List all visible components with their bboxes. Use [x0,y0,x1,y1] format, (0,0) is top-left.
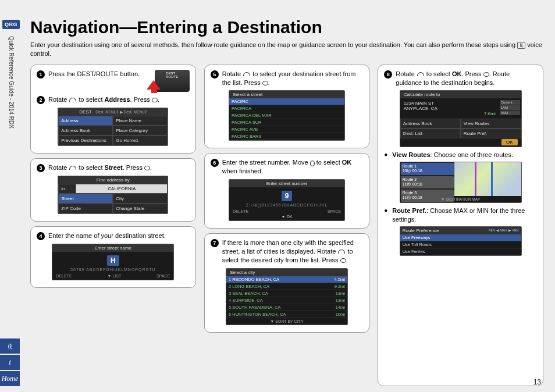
step-7-card: 7 If there is more than one city with th… [204,233,370,333]
rotate-dial-icon [69,97,77,103]
step-2-text: Rotate to select Address. Press . [48,95,190,104]
route-preference-screenshot: Route Preference MIN ◀ MAX ▶ MIN Use Fre… [400,226,522,256]
enter-street-name-screenshot: Enter street name H 56789 ABCDEFGHIJKLMN… [52,244,174,280]
city-list-item: 4 SURFSIDE, CA13mi [226,297,347,304]
city-list-item: 2 LONG BEACH, CA9.2mi [226,283,347,290]
info-icon[interactable]: i [0,355,20,370]
calculate-route-screenshot: Calculate route to 1234 MAIN ST ANYPLACE… [400,90,522,147]
city-list-item: 6 HUNTINGTON BEACH, CA16mi [226,311,347,318]
step-8-text: Rotate to select OK. Press . Route guida… [396,70,537,87]
step-1-text: Press the DEST/ROUTE button. DEST ROUTE [48,70,190,92]
voice-control-icon: ⟨ξ [517,42,525,49]
map-preview [454,162,521,196]
step-number-8: 8 [384,70,392,79]
push-button-icon [262,81,268,85]
page-title: Navigation—Entering a Destination [30,17,543,37]
push-button-icon [152,98,158,102]
view-routes-bullet: ● View Routes: Choose one of three route… [384,151,537,159]
step-1-2-card: 1 Press the DEST/ROUTE button. DEST ROUT… [30,65,196,154]
step-4-card: 4 Enter the name of your destination str… [30,226,196,288]
city-list-item: 5 SOUTH PASADENA, CA14mi [226,304,347,311]
page-number: 13 [533,378,541,386]
column-1: 1 Press the DEST/ROUTE button. DEST ROUT… [30,65,196,386]
page-content: Navigation—Entering a Destination Enter … [30,17,543,386]
step-number-5: 5 [211,70,219,79]
find-address-screenshot: Find address by inCALIFORNIA StreetCity … [58,176,168,214]
view-routes-screenshot: Route 110ⓜ 00:18 Route 211ⓜ 00:18 Route … [400,162,522,203]
push-button-icon [483,72,489,77]
column-2: 5 Rotate to select your destination stre… [204,65,370,386]
rotate-dial-icon [243,72,251,77]
step-number-4: 4 [37,232,45,240]
step-8-card: 8 Rotate to select OK. Press . Route gui… [378,65,543,386]
move-joystick-icon [310,161,315,166]
route-pref-bullet: ● Route Pref.: Choose MAX or MIN for the… [384,206,537,224]
select-city-screenshot: Select a city 1 REDONDO BEACH, CA4.5mi2 … [226,268,348,325]
left-sidebar: QRG Quick Reference Guide - 2014 RDX ⟨ξ … [0,0,22,392]
guide-title-vertical: Quick Reference Guide - 2014 RDX [8,36,15,129]
step-6-card: 6 Enter the street number. Move to selec… [204,153,370,229]
city-list-item: 3 SEAL BEACH, CA13mi [226,290,347,297]
rotate-dial-icon [337,249,346,255]
intro-text: Enter your destination using one of seve… [30,41,543,59]
step-3-card: 3 Rotate to select Street. Press . Find … [30,158,196,222]
voice-icon[interactable]: ⟨ξ [0,338,20,354]
rotate-dial-icon [417,72,425,77]
push-button-icon [340,258,346,263]
home-icon[interactable]: Home [0,371,20,386]
qrg-badge: QRG [2,20,20,29]
dest-route-button-graphic: DEST ROUTE [155,70,190,92]
step-number-2: 2 [37,96,45,104]
city-list-item: 1 REDONDO BEACH, CA4.5mi [226,276,347,283]
step-number-7: 7 [211,239,219,247]
column-3: 8 Rotate to select OK. Press . Route gui… [378,65,543,386]
step-7-text: If there is more than one city with the … [222,238,364,265]
enter-street-number-screenshot: Enter street number 9 Z:-/&()0123456789A… [229,179,345,221]
step-4-text: Enter the name of your destination stree… [48,231,190,240]
select-street-screenshot: Select a street PACIFIC PACIFICA PACIFIC… [229,90,345,141]
step-3-text: Rotate to select Street. Press . [48,163,190,172]
rotate-dial-icon [69,165,77,171]
push-button-icon [144,166,150,170]
step-6-text: Enter the street number. Move to select … [222,158,364,176]
step-5-text: Rotate to select your destination street… [222,70,364,87]
step-number-1: 1 [37,70,45,79]
step-number-3: 3 [37,164,45,172]
dest-menu-screenshot: DEST Dest. MENU1 ▶ Dest. MENU2 AddressPl… [58,108,168,146]
step-number-6: 6 [211,159,219,167]
step-5-card: 5 Rotate to select your destination stre… [204,65,370,149]
